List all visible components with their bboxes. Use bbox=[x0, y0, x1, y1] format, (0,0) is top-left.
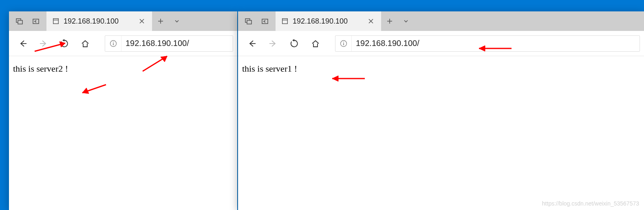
page-icon bbox=[281, 18, 289, 25]
svg-rect-17 bbox=[282, 19, 288, 24]
tab-actions bbox=[382, 11, 414, 31]
page-icon bbox=[52, 18, 60, 25]
tab-dropdown-icon[interactable] bbox=[169, 11, 185, 31]
tab-bar-leading-icons bbox=[9, 11, 46, 31]
svg-rect-1 bbox=[18, 20, 22, 24]
refresh-button[interactable] bbox=[285, 34, 304, 53]
url-input[interactable] bbox=[121, 36, 233, 51]
url-input[interactable] bbox=[352, 36, 640, 51]
svg-rect-3 bbox=[53, 19, 59, 24]
tab-preview-icon[interactable] bbox=[240, 11, 257, 31]
active-tab[interactable]: 192.168.190.100 bbox=[276, 11, 382, 31]
page-body-text: this is server1 ! bbox=[242, 63, 297, 74]
set-aside-tabs-icon[interactable] bbox=[28, 11, 44, 31]
address-bar[interactable] bbox=[335, 35, 640, 52]
tab-bar-leading-icons bbox=[238, 11, 276, 31]
refresh-button[interactable] bbox=[55, 34, 74, 53]
close-tab-button[interactable] bbox=[136, 15, 148, 27]
page-body-text: this is server2 ! bbox=[13, 63, 68, 74]
back-button[interactable] bbox=[13, 34, 32, 53]
forward-button[interactable] bbox=[34, 34, 53, 53]
address-bar[interactable] bbox=[105, 35, 233, 52]
svg-point-12 bbox=[113, 42, 114, 42]
tab-bar: 192.168.190.100 bbox=[9, 11, 237, 31]
new-tab-button[interactable] bbox=[152, 11, 169, 31]
watermark: https://blog.csdn.net/weixin_53567573 bbox=[542, 200, 639, 207]
close-tab-button[interactable] bbox=[365, 15, 377, 27]
tab-title: 192.168.190.100 bbox=[293, 17, 361, 26]
page-content: this is server1 ! bbox=[238, 56, 644, 210]
site-info-icon[interactable] bbox=[335, 36, 352, 51]
svg-rect-16 bbox=[262, 19, 268, 24]
back-button[interactable] bbox=[242, 34, 262, 53]
tab-preview-icon[interactable] bbox=[11, 11, 28, 31]
forward-button[interactable] bbox=[263, 34, 283, 53]
tab-title: 192.168.190.100 bbox=[64, 17, 132, 26]
svg-rect-15 bbox=[247, 20, 251, 24]
home-button[interactable] bbox=[76, 34, 95, 53]
new-tab-button[interactable] bbox=[382, 11, 398, 31]
svg-point-26 bbox=[343, 42, 344, 42]
browser-window-left: 192.168.190.100 bbox=[9, 11, 237, 210]
tab-bar: 192.168.190.100 bbox=[238, 11, 644, 31]
active-tab[interactable]: 192.168.190.100 bbox=[46, 11, 152, 31]
site-info-icon[interactable] bbox=[105, 36, 121, 51]
set-aside-tabs-icon[interactable] bbox=[257, 11, 273, 31]
svg-rect-2 bbox=[33, 19, 39, 24]
page-content: this is server2 ! bbox=[9, 56, 237, 210]
browser-window-right: 192.168.190.100 bbox=[238, 11, 644, 210]
home-button[interactable] bbox=[306, 34, 325, 53]
nav-bar bbox=[9, 31, 237, 56]
tab-actions bbox=[152, 11, 185, 31]
nav-bar bbox=[238, 31, 644, 56]
tab-dropdown-icon[interactable] bbox=[398, 11, 414, 31]
